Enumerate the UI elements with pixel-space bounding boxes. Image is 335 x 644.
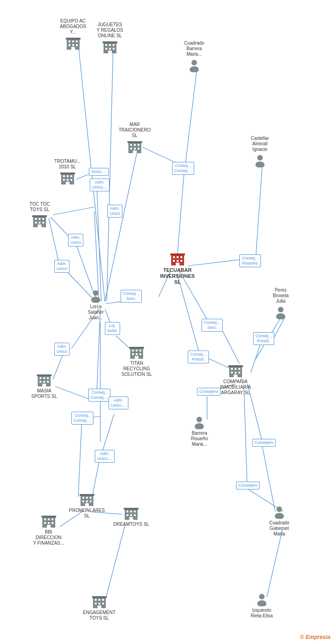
svg-rect-72 bbox=[108, 51, 112, 53]
svg-line-6 bbox=[53, 207, 94, 215]
node-compania[interactable]: COMPAÑIAINMOBILIARIAARGARAY SL bbox=[220, 362, 251, 396]
svg-point-162 bbox=[276, 313, 285, 319]
svg-rect-146 bbox=[129, 517, 133, 520]
badge-consejero-1[interactable]: Consejero bbox=[197, 388, 220, 396]
node-barrera-risueno[interactable]: BarreraRisueñoMaria... bbox=[191, 414, 208, 447]
svg-point-157 bbox=[191, 60, 197, 65]
badge-consej-consej-1[interactable]: Consej.,Consej.... bbox=[88, 389, 110, 402]
svg-line-18 bbox=[55, 386, 92, 400]
node-castellar[interactable]: CastellarAlmirallIgnacio bbox=[251, 136, 269, 169]
svg-rect-71 bbox=[113, 48, 115, 50]
node-izquierdo[interactable]: IzquierdoRieta Elisa bbox=[251, 591, 273, 619]
person-icon-cuadrado-barrera bbox=[186, 57, 202, 74]
svg-rect-69 bbox=[105, 48, 107, 50]
svg-rect-164 bbox=[231, 368, 233, 370]
company-icon-masia bbox=[36, 372, 52, 388]
svg-rect-131 bbox=[44, 518, 46, 520]
svg-rect-81 bbox=[133, 150, 137, 153]
node-tecuabar[interactable]: TECUABARINVERSIONESSL bbox=[160, 251, 195, 286]
svg-rect-132 bbox=[48, 518, 50, 520]
node-bbi[interactable]: BBIDIRECCIONY FINANZAS... bbox=[33, 513, 64, 546]
badge-consej-secr-2[interactable]: Consej. ,Secr. bbox=[202, 319, 223, 332]
svg-rect-124 bbox=[90, 497, 92, 499]
badge-socio[interactable]: Socio,... bbox=[89, 168, 109, 176]
svg-point-172 bbox=[196, 417, 202, 422]
svg-rect-55 bbox=[170, 253, 185, 255]
company-icon-compania bbox=[227, 362, 244, 379]
svg-rect-169 bbox=[238, 372, 240, 374]
badge-adm-unico-7[interactable]: Adm.Unico.... bbox=[95, 450, 115, 463]
svg-rect-105 bbox=[43, 377, 45, 379]
node-masia[interactable]: MASIASPORTS SL bbox=[31, 372, 57, 399]
watermark: © Empresia bbox=[300, 634, 330, 640]
svg-rect-62 bbox=[76, 44, 78, 46]
svg-rect-151 bbox=[102, 599, 104, 601]
svg-rect-50 bbox=[180, 256, 182, 258]
company-icon-toc-toc bbox=[31, 213, 48, 229]
cuadrado-barrera-label: CuadradoBarreraMaria... bbox=[184, 40, 204, 57]
svg-line-37 bbox=[221, 328, 239, 363]
badge-adm-unico-3[interactable]: Adm.Unico bbox=[68, 234, 83, 247]
compania-label: COMPAÑIAINMOBILIARIAARGARAY SL bbox=[220, 379, 251, 396]
svg-rect-51 bbox=[173, 260, 175, 262]
badge-consej-consej-2[interactable]: Consej.,Consej.... bbox=[71, 412, 93, 425]
svg-point-102 bbox=[91, 297, 100, 303]
node-trotamundos[interactable]: TROTAMU...2010 SL bbox=[54, 159, 81, 186]
svg-rect-153 bbox=[98, 603, 100, 604]
badge-consejero-3[interactable]: Consejero bbox=[236, 482, 260, 489]
svg-rect-75 bbox=[130, 144, 132, 146]
badge-consej-vicepres[interactable]: Consej. ,Vicepres. bbox=[239, 254, 261, 267]
svg-rect-147 bbox=[124, 508, 139, 510]
svg-rect-109 bbox=[47, 381, 49, 383]
node-equipo-ac[interactable]: EQUIPO ACABOGADOSY... bbox=[60, 18, 86, 52]
badge-consej-consej-3[interactable]: Consej. ,Consej.... bbox=[172, 162, 194, 175]
engagement-label: ENGAGEMENTTOYS SL bbox=[83, 610, 116, 621]
company-icon-promonlares bbox=[79, 491, 95, 508]
badge-adm-unico-4[interactable]: Adm.Unico bbox=[54, 260, 69, 273]
badge-consej-presid-1[interactable]: Consej. ,Presid. bbox=[253, 332, 274, 345]
node-toc-toc[interactable]: TOC TOCTOYS SL bbox=[29, 201, 50, 229]
node-mar-traicionero[interactable]: MARTRAICIONEROSL bbox=[119, 122, 150, 155]
promonlares-label: PROMONLARESSL bbox=[69, 508, 105, 519]
svg-rect-48 bbox=[173, 256, 175, 258]
svg-rect-85 bbox=[67, 175, 69, 177]
node-juguetes[interactable]: JUGUETESY REGALOSONLINE SL bbox=[97, 22, 123, 55]
svg-rect-150 bbox=[98, 599, 100, 601]
node-dreamtoys[interactable]: DREAMTOYS SL bbox=[113, 505, 149, 527]
badge-adm-unico-2[interactable]: Adm.Unico bbox=[107, 205, 122, 218]
badge-adm-unico-5[interactable]: Adm.Unico bbox=[54, 343, 69, 356]
node-perez-broseta[interactable]: PerezBrosetaJulia bbox=[272, 288, 289, 321]
svg-rect-154 bbox=[102, 603, 104, 604]
svg-rect-95 bbox=[42, 218, 44, 220]
badge-consej-secr-1[interactable]: Consej. ,Secr. bbox=[121, 290, 142, 303]
svg-point-158 bbox=[190, 66, 199, 72]
company-icon-mar bbox=[127, 138, 143, 155]
node-cuadrado-barrera[interactable]: CuadradoBarreraMaria... bbox=[184, 40, 204, 74]
svg-rect-89 bbox=[70, 179, 72, 181]
badge-consej-presid-2[interactable]: Consej. ,Presid. bbox=[188, 351, 209, 363]
svg-point-160 bbox=[255, 161, 265, 167]
svg-rect-113 bbox=[132, 350, 134, 351]
svg-rect-129 bbox=[80, 494, 94, 496]
svg-rect-97 bbox=[39, 222, 40, 224]
graph-container: TECUABARINVERSIONESSL EQUIPO ACABOGADOSY… bbox=[0, 0, 335, 644]
svg-rect-106 bbox=[47, 377, 49, 379]
svg-rect-104 bbox=[40, 377, 41, 379]
person-icon-cuadrado-gabernet bbox=[271, 504, 288, 520]
svg-line-46 bbox=[267, 529, 283, 597]
node-promonlares[interactable]: PROMONLARESSL bbox=[69, 491, 105, 519]
svg-rect-116 bbox=[132, 353, 134, 355]
perez-broseta-label: PerezBrosetaJulia bbox=[273, 288, 289, 304]
badge-consejero-2[interactable]: Consejero bbox=[252, 439, 276, 447]
svg-rect-138 bbox=[41, 516, 56, 518]
svg-rect-49 bbox=[177, 256, 179, 258]
node-titan[interactable]: TITANRECYCLINGSOLUTION SL bbox=[121, 344, 152, 377]
node-lorca[interactable]: LorcaSalañerJuan... bbox=[87, 288, 104, 321]
badge-adm-unico-1[interactable]: Adm.Unico,... bbox=[90, 178, 110, 191]
svg-rect-80 bbox=[138, 148, 139, 150]
badge-adm-unico-6[interactable]: Adm.Unico,... bbox=[109, 397, 128, 409]
node-cuadrado-gabernet[interactable]: CuadradoGabernetMarta bbox=[269, 504, 289, 537]
trotamundos-label: TROTAMU...2010 SL bbox=[54, 159, 81, 170]
badge-liq-solid[interactable]: Liq.Solid. bbox=[105, 322, 120, 335]
node-engagement[interactable]: ENGAGEMENTTOYS SL bbox=[83, 593, 116, 621]
